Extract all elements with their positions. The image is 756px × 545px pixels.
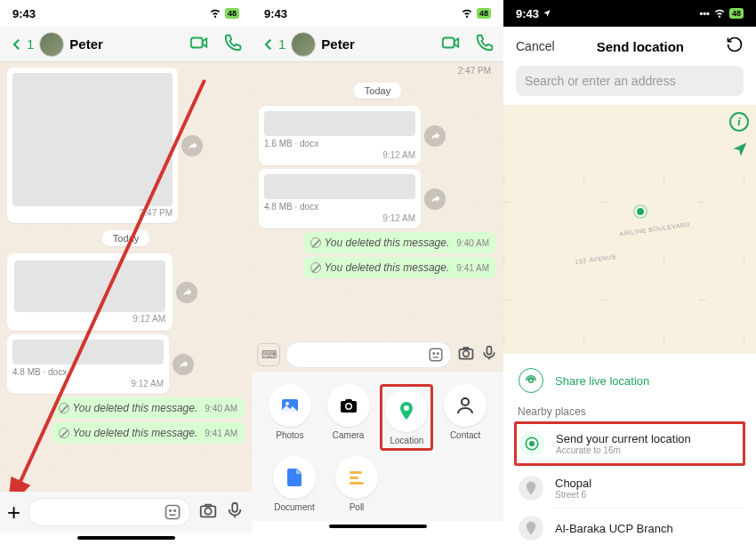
video-call-icon[interactable] [189, 33, 209, 56]
svg-rect-8 [443, 37, 454, 47]
svg-rect-7 [232, 503, 237, 512]
attach-camera[interactable]: Camera [322, 384, 375, 451]
deleted-message: You deleted this message. 9:41 AM [52, 422, 245, 444]
contact-name[interactable]: Peter [321, 36, 436, 52]
chat-header: 1 Peter [0, 27, 252, 62]
road-label: 1ST AVENUE [575, 253, 617, 266]
svg-point-6 [205, 508, 211, 514]
camera-icon[interactable] [198, 501, 218, 524]
attach-poll[interactable]: Poll [330, 456, 383, 512]
current-location-dot [635, 206, 646, 217]
file-placeholder [264, 174, 415, 199]
call-icon[interactable] [475, 33, 495, 56]
mic-icon[interactable] [225, 501, 245, 524]
date-separator: Today [102, 230, 149, 246]
sticker-icon[interactable] [428, 347, 444, 363]
message-time: 2:47 PM [458, 66, 491, 76]
wifi-icon [713, 6, 726, 20]
location-list: Share live location Nearby places Send y… [503, 354, 756, 545]
chat-body[interactable]: 2:47 PM Today 9:12 AM 4.8 MB · docx 9:12… [0, 62, 252, 492]
status-time: 9:43 [516, 7, 551, 20]
video-call-icon[interactable] [441, 33, 461, 56]
attach-document[interactable]: Document [268, 456, 321, 512]
attachment-sheet: Photos Camera Location Contact Document [252, 372, 503, 521]
share-live-location[interactable]: Share live location [516, 361, 744, 400]
status-indicators: ••• 48 [699, 6, 744, 20]
message-bubble[interactable]: 9:12 AM [7, 253, 173, 331]
back-button[interactable]: 1 [261, 36, 286, 52]
send-current-location[interactable]: Send your current location Accurate to 1… [517, 424, 743, 463]
file-meta: 4.8 MB · docx [12, 367, 164, 377]
message-time: 9:12 AM [264, 150, 415, 160]
forward-icon[interactable] [173, 354, 194, 375]
nearby-places-label: Nearby places [516, 400, 744, 420]
map-view[interactable]: i AIRLINE BOULEVARD 1ST AVENUE [503, 105, 756, 354]
place-icon [519, 516, 543, 541]
file-bubble[interactable]: 4.8 MB · docx 9:12 AM [259, 169, 421, 228]
call-icon[interactable] [223, 33, 243, 56]
status-time: 9:43 [12, 7, 36, 20]
message-time: 9:40 AM [205, 404, 237, 413]
locate-me-button[interactable] [731, 140, 749, 162]
cancel-button[interactable]: Cancel [516, 39, 555, 53]
nearby-place[interactable]: Chopal Street 6 [516, 469, 744, 508]
deleted-message: You deleted this message. 9:41 AM [303, 257, 496, 278]
message-time: 9:12 AM [264, 213, 415, 223]
forward-icon[interactable] [424, 125, 446, 147]
forward-icon[interactable] [424, 188, 446, 210]
deleted-message: You deleted this message. 9:40 AM [303, 232, 496, 253]
forward-icon[interactable] [176, 282, 197, 303]
contact-name[interactable]: Peter [69, 36, 184, 52]
forward-icon[interactable] [181, 135, 203, 156]
avatar[interactable] [39, 32, 64, 57]
file-meta: 1.6 MB · docx [264, 139, 415, 148]
status-indicators: 48 [209, 6, 239, 20]
place-icon [519, 476, 543, 501]
message-input[interactable] [286, 341, 452, 368]
image-placeholder [14, 260, 165, 312]
message-input[interactable] [28, 498, 191, 526]
status-bar: 9:43 48 [0, 0, 252, 27]
file-bubble[interactable]: 4.8 MB · docx 9:12 AM [7, 334, 169, 394]
message-time: 9:12 AM [12, 379, 164, 389]
image-placeholder [12, 73, 173, 206]
page-title: Send location [597, 39, 684, 54]
reload-button[interactable] [726, 36, 744, 57]
attach-button[interactable]: + [7, 499, 20, 526]
nearby-place[interactable]: Al-Baraka UCP Branch [516, 509, 744, 545]
back-button[interactable]: 1 [9, 36, 34, 52]
status-indicators: 48 [461, 6, 491, 20]
sticker-icon[interactable] [164, 503, 181, 521]
camera-icon[interactable] [457, 344, 475, 365]
deleted-text: You deleted this message. [73, 402, 198, 414]
svg-point-26 [529, 441, 535, 446]
avatar[interactable] [291, 32, 316, 57]
keyboard-icon[interactable]: ⌨ [257, 343, 280, 366]
chat-body[interactable]: 2:47 PM Today 1.6 MB · docx 9:12 AM 4.8 … [252, 62, 503, 338]
mic-icon[interactable] [480, 344, 498, 365]
road-label: AIRLINE BOULEVARD [619, 220, 691, 236]
message-bubble[interactable]: 2:47 PM [7, 68, 178, 223]
svg-rect-23 [350, 482, 364, 485]
signal-icon: ••• [699, 8, 710, 19]
forbidden-icon [310, 262, 321, 273]
message-time: 2:47 PM [12, 208, 173, 218]
svg-point-13 [463, 351, 470, 357]
svg-rect-14 [487, 347, 492, 355]
attach-location[interactable]: Location [380, 384, 433, 451]
chat-header: 1 Peter [252, 27, 503, 62]
status-bar: 9:43 ••• 48 [503, 0, 756, 27]
file-bubble[interactable]: 1.6 MB · docx 9:12 AM [259, 106, 421, 165]
attach-contact[interactable]: Contact [438, 384, 492, 451]
svg-point-11 [438, 353, 439, 355]
date-separator: Today [354, 83, 401, 99]
svg-point-19 [346, 405, 350, 409]
file-placeholder [264, 111, 415, 136]
search-input[interactable]: Search or enter an address [516, 66, 744, 96]
wifi-icon [209, 6, 221, 20]
attach-photos[interactable]: Photos [263, 384, 317, 451]
forbidden-icon [59, 428, 69, 438]
info-icon[interactable]: i [729, 112, 749, 132]
location-header: Cancel Send location Search or enter an … [503, 27, 756, 105]
svg-rect-21 [350, 471, 362, 474]
